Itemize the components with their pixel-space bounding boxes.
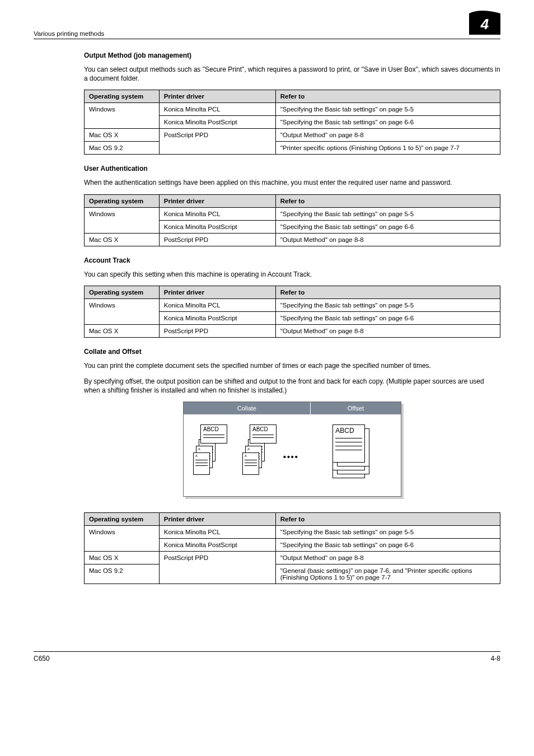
reference-table: Operating systemPrinter driverRefer toWi… — [84, 194, 500, 246]
cell-reference: "Specifying the Basic tab settings" on p… — [275, 116, 500, 129]
table-header: Printer driver — [159, 513, 275, 526]
table-row: WindowsKonica Minolta PCL"Specifying the… — [85, 298, 500, 311]
table-row: Mac OS 9.2"General (basic settings)" on … — [85, 564, 500, 584]
cell-os: Windows — [85, 298, 160, 324]
svg-text:4: 4 — [480, 16, 489, 32]
section-heading: Output Method (job management) — [84, 52, 500, 59]
cell-reference: "Output Method" on page 8-8 — [275, 233, 500, 246]
section-heading: Account Track — [84, 256, 500, 264]
table-header: Printer driver — [159, 194, 275, 207]
body-paragraph: You can select output methods such as "S… — [84, 65, 500, 83]
table-row: Mac OS XPostScript PPD"Output Method" on… — [85, 233, 500, 246]
cell-reference: "General (basic settings)" on page 7-6, … — [275, 564, 500, 584]
footer-model: C650 — [34, 655, 50, 662]
reference-table: Operating systemPrinter driverRefer toWi… — [84, 90, 500, 155]
cell-driver: Konica Minolta PostScript — [159, 220, 275, 233]
cell-reference: "Specifying the Basic tab settings" on p… — [275, 220, 500, 233]
chapter-tab-icon: 4 — [475, 17, 500, 37]
footer-page-number: 4-8 — [491, 655, 500, 662]
cell-os: Mac OS 9.2 — [85, 142, 160, 155]
cell-driver: Konica Minolta PCL — [159, 103, 275, 116]
table-row: Mac OS XPostScript PPD"Output Method" on… — [85, 129, 500, 142]
figure-header-collate: Collate — [184, 402, 311, 414]
figure-header-offset: Offset — [311, 402, 401, 414]
cell-driver: PostScript PPD — [159, 129, 275, 155]
cell-reference: "Printer specific options (Finishing Opt… — [275, 142, 500, 155]
table-header: Operating system — [85, 194, 160, 207]
body-paragraph: You can specify this setting when this m… — [84, 270, 500, 279]
cell-driver: PostScript PPD — [159, 324, 275, 337]
table-row: Mac OS XPostScript PPD"Output Method" on… — [85, 552, 500, 564]
cell-driver: PostScript PPD — [159, 233, 275, 246]
running-header: Various printing methods 4 — [34, 17, 500, 39]
table-header: Refer to — [275, 286, 500, 298]
table-row: WindowsKonica Minolta PCL"Specifying the… — [85, 526, 500, 539]
cell-reference: "Specifying the Basic tab settings" on p… — [275, 207, 500, 220]
section-heading: Collate and Offset — [84, 348, 500, 356]
cell-driver: Konica Minolta PCL — [159, 207, 275, 220]
table-row: Mac OS 9.2"Printer specific options (Fin… — [85, 142, 500, 155]
table-header: Printer driver — [159, 90, 275, 103]
reference-table: Operating systemPrinter driverRefer toWi… — [84, 512, 500, 584]
cell-os: Mac OS 9.2 — [85, 564, 160, 584]
body-paragraph: When the authentication settings have be… — [84, 178, 500, 187]
cell-reference: "Specifying the Basic tab settings" on p… — [275, 526, 500, 539]
body-paragraph: You can print the complete document sets… — [84, 361, 500, 370]
cell-reference: "Specifying the Basic tab settings" on p… — [275, 103, 500, 116]
table-header: Refer to — [275, 194, 500, 207]
cell-reference: "Specifying the Basic tab settings" on p… — [275, 311, 500, 324]
body-paragraph: By specifying offset, the output positio… — [84, 377, 500, 395]
table-row: WindowsKonica Minolta PCL"Specifying the… — [85, 207, 500, 220]
table-header: Operating system — [85, 90, 160, 103]
cell-reference: "Specifying the Basic tab settings" on p… — [275, 298, 500, 311]
cell-driver: Konica Minolta PostScript — [159, 311, 275, 324]
cell-driver: Konica Minolta PCL — [159, 298, 275, 311]
collate-offset-figure: CollateOffsetAAAABCDAAAABCD••••ABCD — [183, 402, 401, 497]
cell-os: Mac OS X — [85, 129, 160, 142]
table-header: Printer driver — [159, 286, 275, 298]
cell-driver: PostScript PPD — [159, 552, 275, 584]
cell-driver: Konica Minolta PCL — [159, 526, 275, 539]
page-footer: C650 4-8 — [34, 651, 500, 662]
cell-reference: "Output Method" on page 8-8 — [275, 129, 500, 142]
cell-os: Mac OS X — [85, 324, 160, 337]
table-row: WindowsKonica Minolta PCL"Specifying the… — [85, 103, 500, 116]
cell-reference: "Specifying the Basic tab settings" on p… — [275, 539, 500, 552]
table-header: Refer to — [275, 90, 500, 103]
cell-reference: "Output Method" on page 8-8 — [275, 552, 500, 564]
reference-table: Operating systemPrinter driverRefer toWi… — [84, 286, 500, 338]
table-header: Operating system — [85, 513, 160, 526]
cell-os: Windows — [85, 103, 160, 129]
cell-driver: Konica Minolta PostScript — [159, 116, 275, 129]
cell-os: Windows — [85, 526, 160, 552]
cell-reference: "Output Method" on page 8-8 — [275, 324, 500, 337]
cell-driver: Konica Minolta PostScript — [159, 539, 275, 552]
table-header: Refer to — [275, 513, 500, 526]
cell-os: Mac OS X — [85, 233, 160, 246]
cell-os: Windows — [85, 207, 160, 233]
cell-os: Mac OS X — [85, 552, 160, 564]
table-header: Operating system — [85, 286, 160, 298]
section-heading: User Authentication — [84, 165, 500, 172]
table-row: Mac OS XPostScript PPD"Output Method" on… — [85, 324, 500, 337]
header-section-title: Various printing methods — [34, 30, 104, 37]
